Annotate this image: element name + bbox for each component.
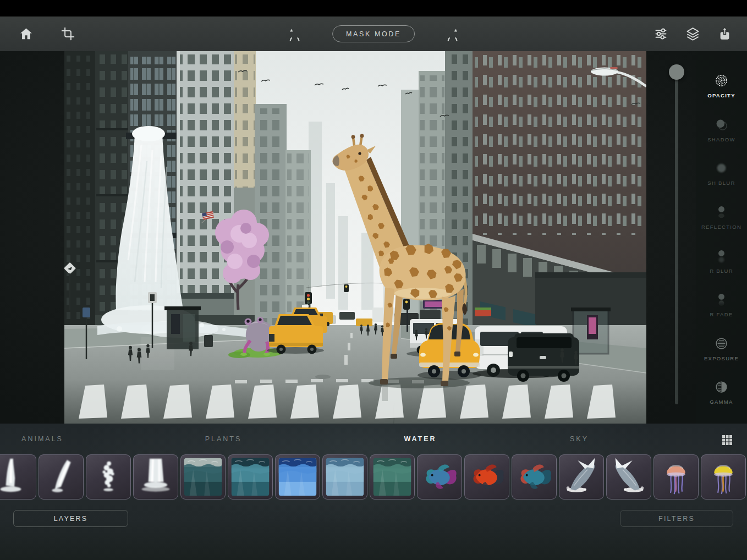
grid-icon bbox=[721, 433, 734, 447]
thumb-underwater-1[interactable] bbox=[180, 454, 226, 499]
tab-animals[interactable]: ANIMALS bbox=[21, 435, 63, 443]
bus-shelter-left bbox=[164, 306, 201, 349]
asset-browser: ANIMALS PLANTS WATER SKY bbox=[0, 424, 747, 560]
undo-button[interactable] bbox=[285, 25, 304, 43]
home-button[interactable] bbox=[17, 25, 35, 43]
filters-label: FILTERS bbox=[658, 515, 695, 523]
opacity-slider-track[interactable] bbox=[675, 72, 678, 404]
tab-plants[interactable]: PLANTS bbox=[205, 435, 242, 443]
adjustments-panel: OPACITY SHADOW SH BLUR REFLECTION R BLUR… bbox=[696, 51, 747, 424]
exposure-icon bbox=[714, 336, 729, 351]
rblur-icon bbox=[714, 249, 729, 263]
adjust-sh-blur[interactable]: SH BLUR bbox=[696, 161, 747, 205]
undo-icon bbox=[287, 26, 302, 41]
thumb-whale-breach-2[interactable] bbox=[606, 454, 651, 499]
workspace: OPACITY SHADOW SH BLUR REFLECTION R BLUR… bbox=[0, 51, 747, 424]
composite-photo bbox=[64, 51, 646, 424]
thumb-jellyfish-pink[interactable] bbox=[653, 454, 699, 499]
export-icon bbox=[717, 26, 732, 41]
fruit-stand bbox=[475, 308, 491, 316]
mask-mode-label: MASK MODE bbox=[346, 30, 401, 38]
thumbnail-strip bbox=[0, 454, 746, 499]
layers-button-toolbar[interactable] bbox=[683, 25, 702, 43]
gamma-icon bbox=[714, 380, 729, 394]
crop-icon bbox=[61, 26, 75, 41]
adjust-r-fade[interactable]: R FADE bbox=[696, 292, 747, 336]
adjust-exposure[interactable]: EXPOSURE bbox=[696, 336, 747, 380]
thumb-betta-fish-teal[interactable] bbox=[512, 454, 557, 499]
tab-water[interactable]: WATER bbox=[404, 435, 436, 443]
filters-button[interactable]: FILTERS bbox=[620, 510, 733, 527]
status-bar bbox=[0, 0, 747, 17]
thumb-betta-fish-red[interactable] bbox=[464, 454, 509, 499]
layers-button[interactable]: LAYERS bbox=[13, 510, 128, 527]
adjust-opacity[interactable]: OPACITY bbox=[696, 73, 747, 117]
mask-mode-button[interactable]: MASK MODE bbox=[332, 25, 415, 42]
dark-suv bbox=[508, 333, 579, 382]
adjust-r-blur[interactable]: R BLUR bbox=[696, 249, 747, 293]
thumb-waterfall-4[interactable] bbox=[133, 454, 178, 499]
thumb-underwater-4[interactable] bbox=[322, 454, 367, 499]
thumb-betta-fish-blue[interactable] bbox=[417, 454, 462, 499]
export-button[interactable] bbox=[715, 25, 734, 43]
reflection-icon bbox=[714, 205, 729, 219]
marquee-sign bbox=[423, 300, 445, 309]
adjust-reflection[interactable]: REFLECTION bbox=[696, 205, 747, 249]
tab-sky[interactable]: SKY bbox=[570, 435, 589, 443]
thumb-waterfall-1[interactable] bbox=[0, 454, 36, 499]
thumb-whale-breach-1[interactable] bbox=[559, 454, 604, 499]
rfade-icon bbox=[714, 292, 729, 307]
adjust-shadow[interactable]: SHADOW bbox=[696, 117, 747, 161]
thumb-waterfall-2[interactable] bbox=[39, 454, 84, 499]
redo-icon bbox=[445, 26, 460, 41]
crop-button[interactable] bbox=[58, 25, 77, 43]
adjust-gamma[interactable]: GAMMA bbox=[696, 380, 747, 424]
home-icon bbox=[19, 26, 34, 41]
thumb-underwater-5[interactable] bbox=[370, 454, 415, 499]
canvas-image[interactable] bbox=[64, 51, 646, 424]
thumb-underwater-3[interactable] bbox=[275, 454, 320, 499]
redo-button[interactable] bbox=[443, 25, 462, 43]
opacity-icon bbox=[714, 73, 729, 88]
thumb-waterfall-3[interactable] bbox=[86, 454, 131, 499]
adjustments-button[interactable] bbox=[651, 25, 670, 43]
thumb-jellyfish-yellow[interactable] bbox=[701, 454, 746, 499]
layers-label: LAYERS bbox=[54, 515, 88, 523]
adjustments-icon bbox=[653, 26, 668, 41]
opacity-slider-knob[interactable] bbox=[669, 64, 684, 80]
shblur-icon bbox=[714, 161, 729, 175]
grid-view-button[interactable] bbox=[721, 433, 734, 447]
toolbar: MASK MODE bbox=[0, 17, 747, 51]
thumb-underwater-2[interactable] bbox=[228, 454, 273, 499]
layers-icon bbox=[685, 26, 700, 41]
shadow-icon bbox=[714, 117, 729, 132]
